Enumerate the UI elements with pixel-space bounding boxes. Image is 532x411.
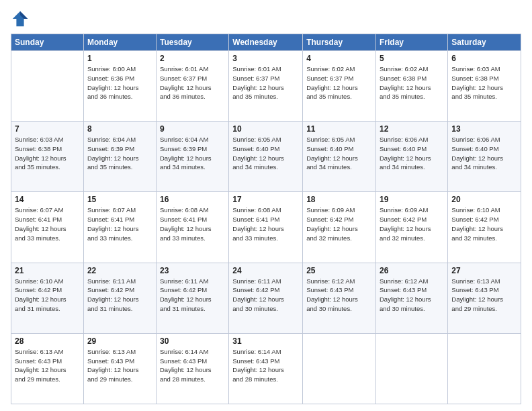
day-info: Sunrise: 6:11 AMSunset: 6:42 PMDaylight:… xyxy=(232,277,299,314)
header xyxy=(11,7,521,28)
day-number: 17 xyxy=(232,195,299,204)
calendar-cell: 3Sunrise: 6:01 AMSunset: 6:37 PMDaylight… xyxy=(229,51,303,122)
calendar-cell: 22Sunrise: 6:11 AMSunset: 6:42 PMDayligh… xyxy=(83,263,156,333)
calendar-cell: 29Sunrise: 6:13 AMSunset: 6:43 PMDayligh… xyxy=(83,333,156,404)
calendar-cell: 16Sunrise: 6:08 AMSunset: 6:41 PMDayligh… xyxy=(156,192,228,263)
col-header-saturday: Saturday xyxy=(448,34,521,51)
calendar-cell: 7Sunrise: 6:03 AMSunset: 6:38 PMDaylight… xyxy=(11,122,84,192)
col-header-friday: Friday xyxy=(376,34,448,51)
calendar-cell: 28Sunrise: 6:13 AMSunset: 6:43 PMDayligh… xyxy=(11,333,84,404)
day-number: 13 xyxy=(451,124,517,134)
col-header-sunday: Sunday xyxy=(11,34,84,51)
day-info: Sunrise: 6:11 AMSunset: 6:42 PMDaylight:… xyxy=(87,277,152,314)
day-info: Sunrise: 6:04 AMSunset: 6:39 PMDaylight:… xyxy=(160,135,225,172)
calendar-cell: 8Sunrise: 6:04 AMSunset: 6:39 PMDaylight… xyxy=(83,122,156,192)
day-number: 27 xyxy=(451,266,517,275)
day-info: Sunrise: 6:00 AMSunset: 6:36 PMDaylight:… xyxy=(87,64,152,101)
day-number: 28 xyxy=(15,336,80,346)
day-info: Sunrise: 6:06 AMSunset: 6:40 PMDaylight:… xyxy=(451,135,517,172)
day-info: Sunrise: 6:11 AMSunset: 6:42 PMDaylight:… xyxy=(160,277,225,314)
day-info: Sunrise: 6:09 AMSunset: 6:42 PMDaylight:… xyxy=(306,205,372,242)
day-info: Sunrise: 6:10 AMSunset: 6:42 PMDaylight:… xyxy=(451,205,517,242)
day-info: Sunrise: 6:03 AMSunset: 6:38 PMDaylight:… xyxy=(451,64,517,101)
day-number: 25 xyxy=(306,266,372,275)
calendar-cell: 23Sunrise: 6:11 AMSunset: 6:42 PMDayligh… xyxy=(156,263,228,333)
logo-icon xyxy=(11,9,30,28)
day-info: Sunrise: 6:01 AMSunset: 6:37 PMDaylight:… xyxy=(160,64,225,101)
day-info: Sunrise: 6:13 AMSunset: 6:43 PMDaylight:… xyxy=(451,277,517,314)
calendar-cell: 14Sunrise: 6:07 AMSunset: 6:41 PMDayligh… xyxy=(11,192,84,263)
calendar-cell: 6Sunrise: 6:03 AMSunset: 6:38 PMDaylight… xyxy=(448,51,521,122)
day-number: 30 xyxy=(160,336,225,346)
day-info: Sunrise: 6:07 AMSunset: 6:41 PMDaylight:… xyxy=(87,205,152,242)
calendar-cell: 9Sunrise: 6:04 AMSunset: 6:39 PMDaylight… xyxy=(156,122,228,192)
calendar-cell: 24Sunrise: 6:11 AMSunset: 6:42 PMDayligh… xyxy=(229,263,303,333)
day-number: 4 xyxy=(306,54,372,63)
week-row-1: 1Sunrise: 6:00 AMSunset: 6:36 PMDaylight… xyxy=(11,51,521,122)
day-info: Sunrise: 6:13 AMSunset: 6:43 PMDaylight:… xyxy=(15,347,80,384)
day-info: Sunrise: 6:03 AMSunset: 6:38 PMDaylight:… xyxy=(15,135,80,172)
calendar-table: SundayMondayTuesdayWednesdayThursdayFrid… xyxy=(11,34,521,404)
calendar-cell: 17Sunrise: 6:08 AMSunset: 6:41 PMDayligh… xyxy=(229,192,303,263)
day-number: 7 xyxy=(15,124,80,134)
calendar-cell xyxy=(303,333,376,404)
calendar-cell: 5Sunrise: 6:02 AMSunset: 6:38 PMDaylight… xyxy=(376,51,448,122)
day-info: Sunrise: 6:14 AMSunset: 6:43 PMDaylight:… xyxy=(232,347,299,384)
day-number: 10 xyxy=(232,124,299,134)
day-number: 21 xyxy=(15,266,80,275)
calendar-cell: 21Sunrise: 6:10 AMSunset: 6:42 PMDayligh… xyxy=(11,263,84,333)
calendar-cell: 25Sunrise: 6:12 AMSunset: 6:43 PMDayligh… xyxy=(303,263,376,333)
calendar-cell: 4Sunrise: 6:02 AMSunset: 6:37 PMDaylight… xyxy=(303,51,376,122)
col-header-wednesday: Wednesday xyxy=(229,34,303,51)
page: SundayMondayTuesdayWednesdayThursdayFrid… xyxy=(0,0,532,411)
calendar-cell: 1Sunrise: 6:00 AMSunset: 6:36 PMDaylight… xyxy=(83,51,156,122)
calendar-cell xyxy=(448,333,521,404)
day-number: 16 xyxy=(160,195,225,204)
day-info: Sunrise: 6:02 AMSunset: 6:38 PMDaylight:… xyxy=(380,64,444,101)
calendar-cell: 20Sunrise: 6:10 AMSunset: 6:42 PMDayligh… xyxy=(448,192,521,263)
day-info: Sunrise: 6:08 AMSunset: 6:41 PMDaylight:… xyxy=(232,205,299,242)
day-info: Sunrise: 6:04 AMSunset: 6:39 PMDaylight:… xyxy=(87,135,152,172)
day-number: 3 xyxy=(232,54,299,63)
col-header-thursday: Thursday xyxy=(303,34,376,51)
day-info: Sunrise: 6:05 AMSunset: 6:40 PMDaylight:… xyxy=(232,135,299,172)
day-number: 15 xyxy=(87,195,152,204)
col-header-tuesday: Tuesday xyxy=(156,34,228,51)
day-number: 14 xyxy=(15,195,80,204)
day-info: Sunrise: 6:12 AMSunset: 6:43 PMDaylight:… xyxy=(380,277,444,314)
day-info: Sunrise: 6:12 AMSunset: 6:43 PMDaylight:… xyxy=(306,277,372,314)
calendar-cell: 11Sunrise: 6:05 AMSunset: 6:40 PMDayligh… xyxy=(303,122,376,192)
day-number: 2 xyxy=(160,54,225,63)
day-number: 12 xyxy=(380,124,444,134)
logo xyxy=(11,9,32,28)
day-info: Sunrise: 6:06 AMSunset: 6:40 PMDaylight:… xyxy=(380,135,444,172)
calendar-cell: 30Sunrise: 6:14 AMSunset: 6:43 PMDayligh… xyxy=(156,333,228,404)
calendar-header-row: SundayMondayTuesdayWednesdayThursdayFrid… xyxy=(11,34,521,51)
day-number: 1 xyxy=(87,54,152,63)
day-number: 8 xyxy=(87,124,152,134)
day-number: 31 xyxy=(232,336,299,346)
day-info: Sunrise: 6:02 AMSunset: 6:37 PMDaylight:… xyxy=(306,64,372,101)
day-info: Sunrise: 6:05 AMSunset: 6:40 PMDaylight:… xyxy=(306,135,372,172)
week-row-5: 28Sunrise: 6:13 AMSunset: 6:43 PMDayligh… xyxy=(11,333,521,404)
day-number: 6 xyxy=(451,54,517,63)
day-number: 22 xyxy=(87,266,152,275)
week-row-3: 14Sunrise: 6:07 AMSunset: 6:41 PMDayligh… xyxy=(11,192,521,263)
day-info: Sunrise: 6:01 AMSunset: 6:37 PMDaylight:… xyxy=(232,64,299,101)
calendar-cell xyxy=(376,333,448,404)
week-row-2: 7Sunrise: 6:03 AMSunset: 6:38 PMDaylight… xyxy=(11,122,521,192)
calendar-cell: 31Sunrise: 6:14 AMSunset: 6:43 PMDayligh… xyxy=(229,333,303,404)
calendar-cell: 18Sunrise: 6:09 AMSunset: 6:42 PMDayligh… xyxy=(303,192,376,263)
calendar-cell: 10Sunrise: 6:05 AMSunset: 6:40 PMDayligh… xyxy=(229,122,303,192)
day-number: 19 xyxy=(380,195,444,204)
calendar-cell: 12Sunrise: 6:06 AMSunset: 6:40 PMDayligh… xyxy=(376,122,448,192)
day-info: Sunrise: 6:14 AMSunset: 6:43 PMDaylight:… xyxy=(160,347,225,384)
day-number: 20 xyxy=(451,195,517,204)
day-number: 18 xyxy=(306,195,372,204)
day-number: 24 xyxy=(232,266,299,275)
day-info: Sunrise: 6:13 AMSunset: 6:43 PMDaylight:… xyxy=(87,347,152,384)
day-info: Sunrise: 6:07 AMSunset: 6:41 PMDaylight:… xyxy=(15,205,80,242)
calendar-cell: 19Sunrise: 6:09 AMSunset: 6:42 PMDayligh… xyxy=(376,192,448,263)
calendar-cell xyxy=(11,51,84,122)
calendar-cell: 27Sunrise: 6:13 AMSunset: 6:43 PMDayligh… xyxy=(448,263,521,333)
